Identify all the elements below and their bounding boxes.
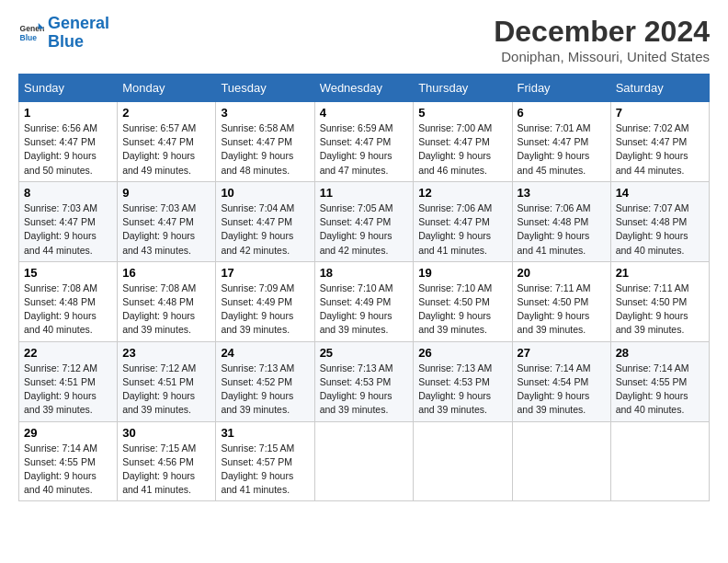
calendar-cell: 8Sunrise: 7:03 AMSunset: 4:47 PMDaylight… <box>19 181 118 261</box>
day-info: Sunrise: 7:13 AMSunset: 4:53 PMDaylight:… <box>418 362 506 418</box>
weekday-header-tuesday: Tuesday <box>216 75 314 102</box>
day-number: 25 <box>320 346 409 360</box>
calendar-table: SundayMondayTuesdayWednesdayThursdayFrid… <box>18 74 710 501</box>
calendar-cell: 10Sunrise: 7:04 AMSunset: 4:47 PMDayligh… <box>216 181 314 261</box>
day-number: 28 <box>616 346 704 360</box>
calendar-cell: 26Sunrise: 7:13 AMSunset: 4:53 PMDayligh… <box>414 341 512 421</box>
weekday-header-row: SundayMondayTuesdayWednesdayThursdayFrid… <box>19 75 710 102</box>
calendar-cell: 11Sunrise: 7:05 AMSunset: 4:47 PMDayligh… <box>314 181 414 261</box>
day-number: 4 <box>320 106 409 120</box>
day-number: 16 <box>122 266 210 280</box>
day-number: 5 <box>418 106 506 120</box>
calendar-cell: 13Sunrise: 7:06 AMSunset: 4:48 PMDayligh… <box>512 181 610 261</box>
day-info: Sunrise: 7:14 AMSunset: 4:55 PMDaylight:… <box>616 362 704 418</box>
day-number: 10 <box>221 186 309 200</box>
day-number: 2 <box>122 106 210 120</box>
day-info: Sunrise: 7:07 AMSunset: 4:48 PMDaylight:… <box>616 201 704 258</box>
calendar-cell: 21Sunrise: 7:11 AMSunset: 4:50 PMDayligh… <box>610 261 709 341</box>
day-number: 23 <box>122 346 210 360</box>
calendar-cell: 14Sunrise: 7:07 AMSunset: 4:48 PMDayligh… <box>610 181 709 261</box>
calendar-cell: 6Sunrise: 7:01 AMSunset: 4:47 PMDaylight… <box>512 102 610 182</box>
day-number: 8 <box>24 186 112 200</box>
calendar-week-row: 1Sunrise: 6:56 AMSunset: 4:47 PMDaylight… <box>19 102 710 182</box>
day-info: Sunrise: 7:06 AMSunset: 4:48 PMDaylight:… <box>518 201 606 258</box>
calendar-cell <box>414 421 512 501</box>
calendar-cell: 31Sunrise: 7:15 AMSunset: 4:57 PMDayligh… <box>216 421 314 501</box>
day-info: Sunrise: 7:14 AMSunset: 4:54 PMDaylight:… <box>518 362 606 418</box>
day-number: 22 <box>24 346 112 360</box>
calendar-cell: 18Sunrise: 7:10 AMSunset: 4:49 PMDayligh… <box>314 261 414 341</box>
calendar-cell: 17Sunrise: 7:09 AMSunset: 4:49 PMDayligh… <box>216 261 314 341</box>
day-number: 17 <box>221 266 309 280</box>
logo-icon: General Blue <box>18 20 44 46</box>
day-info: Sunrise: 7:05 AMSunset: 4:47 PMDaylight:… <box>320 201 409 258</box>
day-info: Sunrise: 7:14 AMSunset: 4:55 PMDaylight:… <box>24 442 112 498</box>
calendar-week-row: 15Sunrise: 7:08 AMSunset: 4:48 PMDayligh… <box>19 261 710 341</box>
calendar-cell <box>314 421 414 501</box>
day-number: 18 <box>320 266 409 280</box>
calendar-cell: 24Sunrise: 7:13 AMSunset: 4:52 PMDayligh… <box>216 341 314 421</box>
day-number: 15 <box>24 266 112 280</box>
day-info: Sunrise: 7:13 AMSunset: 4:52 PMDaylight:… <box>221 362 309 418</box>
day-info: Sunrise: 7:12 AMSunset: 4:51 PMDaylight:… <box>122 362 210 418</box>
calendar-cell: 19Sunrise: 7:10 AMSunset: 4:50 PMDayligh… <box>414 261 512 341</box>
day-number: 7 <box>616 106 704 120</box>
day-number: 24 <box>221 346 309 360</box>
svg-text:Blue: Blue <box>20 33 38 42</box>
day-info: Sunrise: 7:01 AMSunset: 4:47 PMDaylight:… <box>518 121 606 178</box>
weekday-header-monday: Monday <box>118 75 216 102</box>
calendar-cell: 23Sunrise: 7:12 AMSunset: 4:51 PMDayligh… <box>118 341 216 421</box>
calendar-cell <box>512 421 610 501</box>
weekday-header-friday: Friday <box>512 75 610 102</box>
weekday-header-wednesday: Wednesday <box>314 75 414 102</box>
day-info: Sunrise: 6:59 AMSunset: 4:47 PMDaylight:… <box>320 121 409 178</box>
logo: General Blue GeneralBlue <box>18 15 109 52</box>
calendar-cell: 28Sunrise: 7:14 AMSunset: 4:55 PMDayligh… <box>610 341 709 421</box>
day-info: Sunrise: 7:13 AMSunset: 4:53 PMDaylight:… <box>320 362 409 418</box>
day-number: 19 <box>418 266 506 280</box>
day-info: Sunrise: 7:06 AMSunset: 4:47 PMDaylight:… <box>418 201 506 258</box>
day-number: 13 <box>518 186 606 200</box>
day-number: 26 <box>418 346 506 360</box>
calendar-cell: 5Sunrise: 7:00 AMSunset: 4:47 PMDaylight… <box>414 102 512 182</box>
day-number: 20 <box>518 266 606 280</box>
day-info: Sunrise: 7:08 AMSunset: 4:48 PMDaylight:… <box>24 282 112 338</box>
day-info: Sunrise: 7:15 AMSunset: 4:56 PMDaylight:… <box>122 442 210 498</box>
title-block: December 2024 Doniphan, Missouri, United… <box>494 15 710 64</box>
day-info: Sunrise: 7:08 AMSunset: 4:48 PMDaylight:… <box>122 282 210 338</box>
day-info: Sunrise: 7:15 AMSunset: 4:57 PMDaylight:… <box>221 442 309 498</box>
day-number: 9 <box>122 186 210 200</box>
day-number: 31 <box>221 426 309 440</box>
calendar-cell: 29Sunrise: 7:14 AMSunset: 4:55 PMDayligh… <box>19 421 118 501</box>
month-title: December 2024 <box>494 15 710 49</box>
day-number: 11 <box>320 186 409 200</box>
day-number: 27 <box>518 346 606 360</box>
day-info: Sunrise: 7:12 AMSunset: 4:51 PMDaylight:… <box>24 362 112 418</box>
location: Doniphan, Missouri, United States <box>494 49 710 64</box>
day-info: Sunrise: 7:11 AMSunset: 4:50 PMDaylight:… <box>518 282 606 338</box>
calendar-cell: 15Sunrise: 7:08 AMSunset: 4:48 PMDayligh… <box>19 261 118 341</box>
calendar-cell: 2Sunrise: 6:57 AMSunset: 4:47 PMDaylight… <box>118 102 216 182</box>
calendar-cell: 16Sunrise: 7:08 AMSunset: 4:48 PMDayligh… <box>118 261 216 341</box>
day-number: 6 <box>518 106 606 120</box>
calendar-cell: 22Sunrise: 7:12 AMSunset: 4:51 PMDayligh… <box>19 341 118 421</box>
calendar-cell: 9Sunrise: 7:03 AMSunset: 4:47 PMDaylight… <box>118 181 216 261</box>
logo-text: GeneralBlue <box>48 15 109 52</box>
weekday-header-thursday: Thursday <box>414 75 512 102</box>
calendar-cell: 12Sunrise: 7:06 AMSunset: 4:47 PMDayligh… <box>414 181 512 261</box>
day-info: Sunrise: 7:00 AMSunset: 4:47 PMDaylight:… <box>418 121 506 178</box>
weekday-header-saturday: Saturday <box>610 75 709 102</box>
day-info: Sunrise: 6:56 AMSunset: 4:47 PMDaylight:… <box>24 121 112 178</box>
calendar-week-row: 8Sunrise: 7:03 AMSunset: 4:47 PMDaylight… <box>19 181 710 261</box>
page-header: General Blue GeneralBlue December 2024 D… <box>18 15 710 64</box>
day-number: 21 <box>616 266 704 280</box>
day-number: 1 <box>24 106 112 120</box>
calendar-cell: 30Sunrise: 7:15 AMSunset: 4:56 PMDayligh… <box>118 421 216 501</box>
day-number: 3 <box>221 106 309 120</box>
day-number: 12 <box>418 186 506 200</box>
day-info: Sunrise: 7:02 AMSunset: 4:47 PMDaylight:… <box>616 121 704 178</box>
day-info: Sunrise: 7:10 AMSunset: 4:50 PMDaylight:… <box>418 282 506 338</box>
calendar-cell: 1Sunrise: 6:56 AMSunset: 4:47 PMDaylight… <box>19 102 118 182</box>
calendar-cell <box>610 421 709 501</box>
calendar-cell: 7Sunrise: 7:02 AMSunset: 4:47 PMDaylight… <box>610 102 709 182</box>
